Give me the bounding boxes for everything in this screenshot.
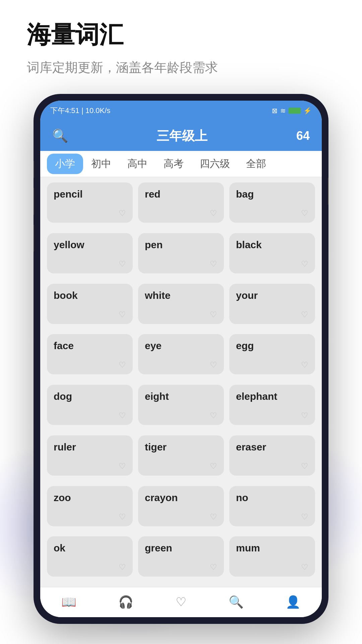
profile-nav-icon: 👤 xyxy=(286,595,301,609)
word-label: pen xyxy=(145,239,163,251)
favorite-icon[interactable]: ♡ xyxy=(119,462,126,471)
favorite-icon[interactable]: ♡ xyxy=(119,562,126,572)
word-card-crayon[interactable]: crayon♡ xyxy=(138,486,224,526)
favorite-icon[interactable]: ♡ xyxy=(301,411,308,420)
word-label: mum xyxy=(236,542,260,554)
word-label: pencil xyxy=(54,189,83,200)
page-header: 海量词汇 词库定期更新，涵盖各年龄段需求 xyxy=(27,20,218,76)
word-card-eraser[interactable]: eraser♡ xyxy=(229,435,315,476)
word-label: white xyxy=(145,290,171,301)
favorite-icon[interactable]: ♡ xyxy=(210,411,217,420)
phone-screen: 下午4:51 | 10.0K/s ⊠ ≋ ⚡ 🔍 三年级上 64 小学初中高中高… xyxy=(40,101,322,617)
tab-全部[interactable]: 全部 xyxy=(238,154,274,174)
explore-nav-icon: 🔍 xyxy=(229,595,244,609)
word-card-eye[interactable]: eye♡ xyxy=(138,334,224,374)
word-card-pen[interactable]: pen♡ xyxy=(138,233,224,273)
word-label: eight xyxy=(145,391,169,402)
word-label: green xyxy=(145,542,172,554)
favorite-icon[interactable]: ♡ xyxy=(119,259,126,269)
favorite-nav-icon: ♡ xyxy=(176,595,186,609)
vocab-nav[interactable]: 📖 xyxy=(61,595,76,610)
search-icon[interactable]: 🔍 xyxy=(52,128,68,143)
word-card-book[interactable]: book♡ xyxy=(47,284,133,324)
word-card-bag[interactable]: bag♡ xyxy=(229,182,315,223)
favorite-icon[interactable]: ♡ xyxy=(119,310,126,319)
favorite-icon[interactable]: ♡ xyxy=(210,360,217,370)
favorite-icon[interactable]: ♡ xyxy=(301,512,308,522)
word-card-green[interactable]: green♡ xyxy=(138,536,224,577)
word-label: black xyxy=(236,239,262,251)
phone-btn-power xyxy=(328,178,328,205)
word-label: bag xyxy=(236,189,254,200)
word-label: red xyxy=(145,189,161,200)
battery-icon xyxy=(289,108,301,114)
favorite-icon[interactable]: ♡ xyxy=(301,310,308,319)
favorite-icon[interactable]: ♡ xyxy=(210,562,217,572)
word-card-your[interactable]: your♡ xyxy=(229,284,315,324)
favorite-icon[interactable]: ♡ xyxy=(301,209,308,218)
page-title: 海量词汇 xyxy=(27,20,218,49)
listen-nav[interactable]: 🎧 xyxy=(118,595,133,610)
tab-高考[interactable]: 高考 xyxy=(156,154,192,174)
tab-小学[interactable]: 小学 xyxy=(47,154,83,174)
word-card-tiger[interactable]: tiger♡ xyxy=(138,435,224,476)
favorite-icon[interactable]: ♡ xyxy=(210,310,217,319)
word-card-ok[interactable]: ok♡ xyxy=(47,536,133,577)
favorite-icon[interactable]: ♡ xyxy=(119,209,126,218)
word-card-zoo[interactable]: zoo♡ xyxy=(47,486,133,526)
word-label: your xyxy=(236,290,258,301)
word-card-black[interactable]: black♡ xyxy=(229,233,315,273)
app-header: 🔍 三年级上 64 xyxy=(40,121,322,151)
favorite-icon[interactable]: ♡ xyxy=(301,360,308,370)
listen-nav-icon: 🎧 xyxy=(118,595,133,609)
word-label: crayon xyxy=(145,492,178,503)
word-card-yellow[interactable]: yellow♡ xyxy=(47,233,133,273)
favorite-nav[interactable]: ♡ xyxy=(176,595,186,610)
word-card-mum[interactable]: mum♡ xyxy=(229,536,315,577)
favorite-icon[interactable]: ♡ xyxy=(210,462,217,471)
word-label: ruler xyxy=(54,441,76,453)
word-card-ruler[interactable]: ruler♡ xyxy=(47,435,133,476)
favorite-icon[interactable]: ♡ xyxy=(210,512,217,522)
word-count-badge: 64 xyxy=(296,129,310,143)
word-card-dog[interactable]: dog♡ xyxy=(47,385,133,425)
word-card-eight[interactable]: eight♡ xyxy=(138,385,224,425)
bottom-nav: 📖🎧♡🔍👤 xyxy=(40,587,322,617)
favorite-icon[interactable]: ♡ xyxy=(119,411,126,420)
word-label: yellow xyxy=(54,239,84,251)
tab-初中[interactable]: 初中 xyxy=(83,154,119,174)
word-label: egg xyxy=(236,340,254,352)
word-label: dog xyxy=(54,391,72,402)
favorite-icon[interactable]: ♡ xyxy=(210,259,217,269)
profile-nav[interactable]: 👤 xyxy=(286,595,301,610)
status-bar: 下午4:51 | 10.0K/s ⊠ ≋ ⚡ xyxy=(40,101,322,121)
word-label: no xyxy=(236,492,248,503)
favorite-icon[interactable]: ♡ xyxy=(301,259,308,269)
word-card-pencil[interactable]: pencil♡ xyxy=(47,182,133,223)
favorite-icon[interactable]: ♡ xyxy=(301,462,308,471)
category-tabs: 小学初中高中高考四六级全部 xyxy=(40,151,322,177)
status-time: 下午4:51 | 10.0K/s xyxy=(50,106,110,116)
favorite-icon[interactable]: ♡ xyxy=(119,512,126,522)
word-card-egg[interactable]: egg♡ xyxy=(229,334,315,374)
word-grid: pencil♡red♡bag♡yellow♡pen♡black♡book♡whi… xyxy=(40,177,322,587)
tab-四六级[interactable]: 四六级 xyxy=(192,154,238,174)
charging-icon: ⚡ xyxy=(303,107,312,115)
phone-mockup: 下午4:51 | 10.0K/s ⊠ ≋ ⚡ 🔍 三年级上 64 小学初中高中高… xyxy=(34,94,328,624)
word-label: eraser xyxy=(236,441,266,453)
favorite-icon[interactable]: ♡ xyxy=(119,360,126,370)
explore-nav[interactable]: 🔍 xyxy=(229,595,244,610)
word-card-face[interactable]: face♡ xyxy=(47,334,133,374)
word-label: ok xyxy=(54,542,65,554)
word-label: zoo xyxy=(54,492,71,503)
word-label: eye xyxy=(145,340,162,352)
word-card-red[interactable]: red♡ xyxy=(138,182,224,223)
favorite-icon[interactable]: ♡ xyxy=(210,209,217,218)
word-card-white[interactable]: white♡ xyxy=(138,284,224,324)
favorite-icon[interactable]: ♡ xyxy=(301,562,308,572)
word-card-no[interactable]: no♡ xyxy=(229,486,315,526)
network-icon: ⊠ xyxy=(272,107,278,115)
tab-高中[interactable]: 高中 xyxy=(119,154,156,174)
word-card-elephant[interactable]: elephant♡ xyxy=(229,385,315,425)
word-label: book xyxy=(54,290,78,301)
